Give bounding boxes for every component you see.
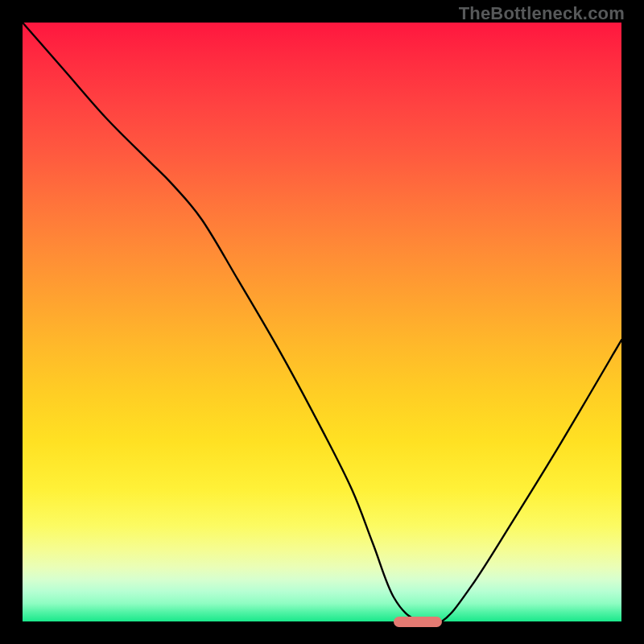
optimum-marker — [394, 617, 442, 627]
watermark-label: TheBottleneck.com — [459, 3, 625, 24]
chart-frame: TheBottleneck.com — [0, 0, 644, 644]
bottleneck-curve — [23, 23, 621, 625]
plot-area — [23, 23, 621, 621]
curve-svg — [23, 23, 621, 621]
